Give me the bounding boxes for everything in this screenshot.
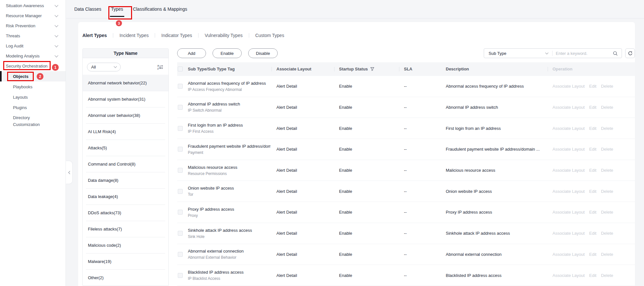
- search-filter-select[interactable]: Sub Type: [484, 49, 552, 58]
- tab-classifications-mappings[interactable]: Classifications & Mappings: [133, 0, 187, 18]
- toolbar: Add Enable Disable Sub Type: [177, 48, 635, 58]
- row-checkbox[interactable]: [178, 168, 183, 173]
- edit-link[interactable]: Edit: [589, 273, 596, 278]
- row-checkbox[interactable]: [178, 231, 183, 236]
- keyword-input[interactable]: [556, 51, 613, 56]
- category-malicious-code[interactable]: Malicious code(2): [83, 237, 168, 253]
- sort-alphabetical-icon[interactable]: A Z: [157, 64, 163, 70]
- sidebar-item-objects[interactable]: Objects: [0, 71, 66, 81]
- category-data-leakage[interactable]: Data leakage(4): [83, 188, 168, 205]
- filter-icon[interactable]: [370, 67, 374, 71]
- category-ddos-attacks[interactable]: DDoS attacks(73): [83, 205, 168, 221]
- sidebar-item-modeling-analysis[interactable]: Modeling Analysis: [0, 51, 66, 61]
- category-malware[interactable]: Malware(19): [83, 253, 168, 269]
- category-abnormal-user-behavior[interactable]: Abnormal user behavior(38): [83, 107, 168, 123]
- enable-button[interactable]: Enable: [213, 48, 242, 58]
- category-filter-select[interactable]: All: [87, 63, 121, 71]
- sidebar-item-risk-prevention[interactable]: Risk Prevention: [0, 21, 66, 31]
- row-checkbox[interactable]: [178, 210, 183, 215]
- associate-layout-link[interactable]: Associate Layout: [553, 168, 585, 173]
- sidebar-item-situation-awareness[interactable]: Situation Awareness: [0, 1, 66, 11]
- sidebar-item-playbooks[interactable]: Playbooks: [0, 81, 66, 92]
- delete-link[interactable]: Delete: [601, 189, 613, 194]
- delete-link[interactable]: Delete: [601, 210, 613, 215]
- category-data-damage[interactable]: Data damage(8): [83, 172, 168, 188]
- edit-link[interactable]: Edit: [589, 147, 596, 152]
- subtab-incident-types[interactable]: Incident Types: [119, 33, 149, 38]
- header-associate-layout: Associate Layout: [276, 67, 339, 71]
- chevron-down-icon: [55, 33, 58, 37]
- row-checkbox[interactable]: [178, 273, 183, 278]
- select-all-checkbox[interactable]: [178, 67, 183, 71]
- category-ai-llm-risk[interactable]: AI LLM Risk(4): [83, 123, 168, 140]
- category-command-and-control[interactable]: Command and Control(8): [83, 156, 168, 172]
- edit-link[interactable]: Edit: [589, 189, 596, 194]
- row-checkbox[interactable]: [178, 126, 183, 131]
- sidebar-item-security-orchestration[interactable]: Security Orchestration: [0, 61, 66, 71]
- row-checkbox[interactable]: [178, 84, 183, 89]
- header-description: Description: [446, 67, 553, 71]
- row-checkbox[interactable]: [178, 147, 183, 152]
- subtab-vulnerability-types[interactable]: Vulnerability Types: [205, 33, 243, 38]
- disable-button[interactable]: Disable: [248, 48, 278, 58]
- associate-layout-link[interactable]: Associate Layout: [553, 84, 585, 89]
- subtab-indicator-types[interactable]: Indicator Types: [161, 33, 192, 38]
- category-fileless-attacks[interactable]: Fileless attacks(7): [83, 221, 168, 237]
- associate-layout-value: Alert Detail: [276, 189, 339, 194]
- tab-data-classes[interactable]: Data Classes: [74, 0, 101, 18]
- associate-layout-link[interactable]: Associate Layout: [553, 273, 585, 278]
- associate-layout-value: Alert Detail: [276, 168, 339, 173]
- subtype-name: Blacklisted IP address access: [188, 269, 271, 275]
- edit-link[interactable]: Edit: [589, 105, 596, 110]
- refresh-button[interactable]: [625, 48, 635, 58]
- delete-link[interactable]: Delete: [601, 231, 613, 236]
- type-name-panel-title: Type Name: [83, 49, 168, 58]
- refresh-icon: [628, 51, 633, 56]
- associate-layout-link[interactable]: Associate Layout: [553, 231, 585, 236]
- table-row: Abnormal access frequency of IP address …: [177, 76, 635, 97]
- associate-layout-link[interactable]: Associate Layout: [553, 126, 585, 131]
- category-abnormal-network-behavior[interactable]: Abnormal network behavior(22): [83, 75, 168, 91]
- associate-layout-link[interactable]: Associate Layout: [553, 147, 585, 152]
- edit-link[interactable]: Edit: [589, 84, 596, 89]
- row-checkbox[interactable]: [178, 105, 183, 110]
- associate-layout-link[interactable]: Associate Layout: [553, 105, 585, 110]
- tab-types[interactable]: Types: [111, 0, 123, 18]
- delete-link[interactable]: Delete: [601, 126, 613, 131]
- row-checkbox[interactable]: [178, 252, 183, 257]
- subtype-tag: Proxy: [188, 213, 271, 218]
- subtype-tag: Resource Permissions: [188, 171, 271, 176]
- sidebar-item-plugins[interactable]: Plugins: [0, 102, 66, 113]
- delete-link[interactable]: Delete: [601, 105, 613, 110]
- edit-link[interactable]: Edit: [589, 210, 596, 215]
- sidebar-item-layouts[interactable]: Layouts: [0, 92, 66, 102]
- add-button[interactable]: Add: [177, 48, 206, 58]
- subtype-name: Abnormal IP address switch: [188, 101, 271, 107]
- subtab-alert-types[interactable]: Alert Types: [82, 33, 107, 38]
- subtab-custom-types[interactable]: Custom Types: [255, 33, 284, 38]
- edit-link[interactable]: Edit: [589, 168, 596, 173]
- delete-link[interactable]: Delete: [601, 168, 613, 173]
- delete-link[interactable]: Delete: [601, 273, 613, 278]
- delete-link[interactable]: Delete: [601, 84, 613, 89]
- edit-link[interactable]: Edit: [589, 126, 596, 131]
- category-abnormal-system-behavior[interactable]: Abnormal system behavior(31): [83, 91, 168, 107]
- edit-link[interactable]: Edit: [589, 252, 596, 257]
- sidebar-item-label: Resource Manager: [6, 13, 42, 18]
- sidebar-item-resource-manager[interactable]: Resource Manager: [0, 11, 66, 21]
- sidebar-item-directory-customization[interactable]: Directory Customization: [0, 113, 66, 128]
- sidebar-collapse-handle[interactable]: [66, 161, 73, 184]
- sidebar-item-log-audit[interactable]: Log Audit: [0, 41, 66, 51]
- delete-link[interactable]: Delete: [601, 147, 613, 152]
- delete-link[interactable]: Delete: [601, 252, 613, 257]
- associate-layout-link[interactable]: Associate Layout: [553, 189, 585, 194]
- sidebar-item-threats[interactable]: Threats: [0, 31, 66, 41]
- category-other[interactable]: Other(2): [83, 269, 168, 286]
- associate-layout-link[interactable]: Associate Layout: [553, 252, 585, 257]
- search-icon[interactable]: [613, 51, 618, 56]
- row-checkbox[interactable]: [178, 189, 183, 194]
- svg-text:Z: Z: [157, 68, 159, 70]
- edit-link[interactable]: Edit: [589, 231, 596, 236]
- category-attacks[interactable]: Attacks(5): [83, 140, 168, 156]
- associate-layout-link[interactable]: Associate Layout: [553, 210, 585, 215]
